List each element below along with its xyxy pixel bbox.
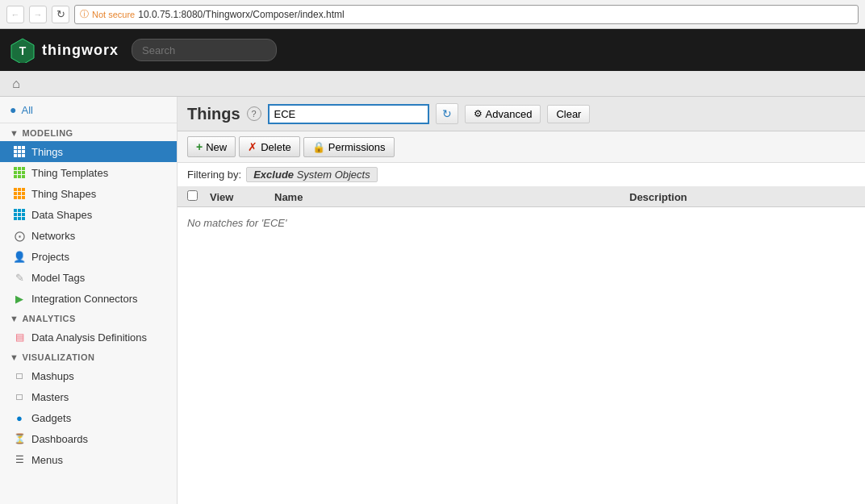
svg-rect-33 — [14, 213, 17, 216]
integration-connectors-icon: ▶ — [13, 292, 26, 305]
permissions-button[interactable]: 🔒 Permissions — [303, 137, 395, 157]
visualization-label: VISUALIZATION — [22, 352, 94, 362]
not-secure-label: Not secure — [92, 10, 135, 19]
thing-templates-label: Thing Templates — [31, 167, 108, 179]
table-body: No matches for 'ECE' — [178, 207, 865, 239]
svg-rect-6 — [14, 150, 17, 153]
section-arrow-modeling: ▼ — [10, 128, 19, 138]
gadgets-icon: ● — [13, 411, 26, 424]
dashboards-icon: ⏳ — [13, 432, 26, 445]
delete-button[interactable]: ✗ Delete — [239, 136, 300, 157]
mashups-icon: □ — [13, 369, 26, 382]
content-search-input[interactable] — [268, 104, 429, 124]
select-all-checkbox[interactable] — [187, 190, 210, 203]
filter-tag[interactable]: Exclude System Objects — [246, 167, 378, 182]
col-header-name: Name — [274, 191, 629, 203]
toolbar-row: ⌂ — [0, 71, 865, 97]
svg-rect-17 — [22, 171, 25, 174]
svg-rect-7 — [18, 150, 21, 153]
sidebar-item-dashboards[interactable]: ⏳ Dashboards — [0, 428, 177, 449]
mashups-label: Mashups — [31, 370, 74, 382]
projects-icon: 👤 — [13, 250, 26, 263]
col-header-view: View — [210, 191, 274, 203]
checkbox-all[interactable] — [187, 190, 198, 201]
logo-area: T thingworx — [10, 37, 119, 63]
sidebar-all-item[interactable]: ● All — [0, 97, 177, 123]
permissions-icon: 🔒 — [312, 141, 325, 153]
svg-rect-36 — [14, 217, 17, 220]
advanced-icon: ⚙ — [474, 108, 483, 119]
svg-rect-20 — [22, 175, 25, 178]
section-arrow-visualization: ▼ — [10, 352, 19, 362]
no-matches-text: No matches for 'ECE' — [187, 217, 286, 229]
content-header: Things ? ↻ ⚙ Advanced Clear — [178, 97, 865, 131]
masters-label: Masters — [31, 391, 69, 403]
sidebar-item-mashups[interactable]: □ Mashups — [0, 365, 177, 386]
sidebar-item-menus[interactable]: ☰ Menus — [0, 449, 177, 470]
sidebar-item-masters[interactable]: □ Masters — [0, 386, 177, 407]
forward-button[interactable]: → — [29, 6, 47, 23]
sidebar-item-data-shapes[interactable]: Data Shapes — [0, 204, 177, 225]
sidebar-item-projects[interactable]: 👤 Projects — [0, 246, 177, 267]
advanced-label: Advanced — [486, 108, 533, 120]
svg-rect-37 — [18, 217, 21, 220]
refresh-browser-button[interactable]: ↻ — [52, 6, 69, 23]
svg-rect-9 — [14, 154, 17, 157]
content-area: Things ? ↻ ⚙ Advanced Clear + New ✗ Dele… — [178, 97, 865, 504]
data-shapes-icon — [13, 208, 26, 221]
svg-text:T: T — [19, 44, 27, 57]
delete-label: Delete — [261, 141, 291, 153]
svg-rect-11 — [22, 154, 25, 157]
sidebar: ● All ▼ MODELING T — [0, 97, 178, 504]
help-icon[interactable]: ? — [247, 106, 261, 121]
permissions-label: Permissions — [328, 141, 386, 153]
svg-rect-10 — [18, 154, 21, 157]
address-url: 10.0.75.1:8080/Thingworx/Composer/index.… — [138, 9, 344, 20]
sidebar-item-gadgets[interactable]: ● Gadgets — [0, 407, 177, 428]
content-refresh-button[interactable]: ↻ — [436, 103, 458, 124]
clear-button[interactable]: Clear — [547, 105, 590, 123]
menus-label: Menus — [31, 454, 63, 466]
networks-icon: ⨀ — [13, 229, 26, 242]
analytics-section-header: ▼ ANALYTICS — [0, 309, 177, 327]
header-search-input[interactable] — [132, 39, 277, 61]
sidebar-item-integration-connectors[interactable]: ▶ Integration Connectors — [0, 288, 177, 309]
sidebar-item-networks[interactable]: ⨀ Networks — [0, 225, 177, 246]
svg-rect-27 — [14, 196, 17, 199]
sidebar-all-label: All — [21, 104, 32, 116]
svg-rect-28 — [18, 196, 21, 199]
svg-rect-32 — [22, 209, 25, 212]
new-button[interactable]: + New — [187, 136, 236, 157]
svg-rect-4 — [18, 146, 21, 149]
actions-bar: + New ✗ Delete 🔒 Permissions — [178, 131, 865, 163]
back-button[interactable]: ← — [6, 6, 24, 23]
col-header-description: Description — [629, 191, 855, 203]
svg-rect-8 — [22, 150, 25, 153]
thing-templates-icon — [13, 166, 26, 179]
filter-exclude-text: Exclude — [253, 169, 294, 181]
svg-rect-22 — [18, 188, 21, 191]
app-header: T thingworx — [0, 29, 865, 71]
svg-rect-21 — [14, 188, 17, 191]
thing-shapes-icon — [13, 187, 26, 200]
analytics-label: ANALYTICS — [22, 314, 75, 323]
sidebar-item-model-tags[interactable]: ✎ Model Tags — [0, 267, 177, 288]
data-shapes-label: Data Shapes — [31, 209, 92, 221]
svg-rect-26 — [22, 192, 25, 195]
dashboards-label: Dashboards — [31, 433, 88, 445]
integration-connectors-label: Integration Connectors — [31, 293, 138, 305]
sidebar-item-things[interactable]: Things — [0, 141, 177, 162]
sidebar-item-thing-shapes[interactable]: Thing Shapes — [0, 183, 177, 204]
svg-rect-34 — [18, 213, 21, 216]
things-label: Things — [31, 146, 63, 158]
main-layout: ● All ▼ MODELING T — [0, 97, 865, 504]
sidebar-item-data-analysis[interactable]: ▤ Data Analysis Definitions — [0, 327, 177, 348]
things-icon — [13, 145, 26, 158]
home-button[interactable]: ⌂ — [6, 74, 26, 94]
advanced-button[interactable]: ⚙ Advanced — [465, 105, 541, 123]
new-icon: + — [196, 140, 203, 153]
svg-rect-16 — [18, 171, 21, 174]
filter-label-text: Filtering by: — [187, 169, 241, 181]
sidebar-item-thing-templates[interactable]: Thing Templates — [0, 162, 177, 183]
content-title: Things — [187, 105, 240, 123]
